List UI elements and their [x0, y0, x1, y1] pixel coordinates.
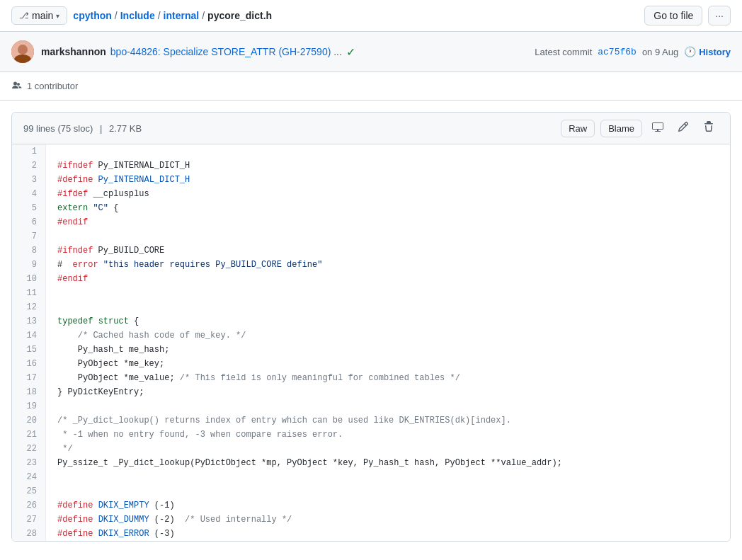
branch-name: main: [32, 10, 53, 21]
line-content: #endif: [46, 215, 99, 229]
table-row: 22 */: [12, 442, 730, 456]
file-size: 2.77 KB: [109, 123, 142, 134]
goto-file-button[interactable]: Go to file: [644, 6, 702, 25]
line-content: */: [46, 442, 84, 456]
line-number[interactable]: 4: [12, 187, 46, 201]
top-bar: ⎇ main ▾ cpython / Include / internal / …: [0, 0, 742, 32]
line-number[interactable]: 16: [12, 357, 46, 371]
line-number[interactable]: 14: [12, 328, 46, 343]
breadcrumb-repo[interactable]: cpython: [73, 10, 111, 21]
commit-author[interactable]: markshannon: [41, 46, 106, 57]
line-number[interactable]: 3: [12, 173, 46, 187]
line-number[interactable]: 1: [12, 144, 46, 159]
line-number[interactable]: 24: [12, 470, 46, 484]
table-row: 24: [12, 470, 730, 484]
line-number[interactable]: 13: [12, 314, 46, 328]
line-content: [46, 286, 74, 300]
line-number[interactable]: 11: [12, 286, 46, 300]
line-number[interactable]: 2: [12, 159, 46, 173]
line-number[interactable]: 5: [12, 201, 46, 215]
line-number[interactable]: 22: [12, 442, 46, 456]
breadcrumb-internal[interactable]: internal: [164, 10, 200, 21]
line-content: [46, 144, 74, 159]
line-content: #define DKIX_EMPTY (-1): [46, 498, 186, 513]
line-content: #endif: [46, 272, 99, 286]
line-number[interactable]: 25: [12, 484, 46, 498]
line-number[interactable]: 19: [12, 399, 46, 413]
line-number[interactable]: 7: [12, 229, 46, 244]
line-content: * -1 when no entry found, -3 when compar…: [46, 428, 354, 442]
breadcrumb: cpython / Include / internal / pycore_di…: [73, 10, 272, 21]
table-row: 23Py_ssize_t _Py_dict_lookup(PyDictObjec…: [12, 456, 730, 470]
table-row: 25: [12, 484, 730, 498]
line-content: extern "C" {: [46, 201, 130, 215]
table-row: 9# error "this header requires Py_BUILD_…: [12, 258, 730, 272]
line-content: Py_ssize_t _Py_dict_lookup(PyDictObject …: [46, 456, 573, 470]
raw-button[interactable]: Raw: [561, 120, 595, 137]
line-number[interactable]: 15: [12, 343, 46, 357]
table-row: 12: [12, 300, 730, 314]
more-options-button[interactable]: ···: [708, 6, 731, 25]
blame-button[interactable]: Blame: [600, 120, 642, 137]
line-number[interactable]: 27: [12, 513, 46, 527]
line-content: } PyDictKeyEntry;: [46, 385, 155, 399]
commit-message: bpo-44826: Specialize STORE_ATTR (GH-275…: [110, 46, 342, 57]
commit-date: on 9 Aug: [642, 47, 678, 57]
table-row: 17 PyObject *me_value; /* This field is …: [12, 371, 730, 385]
line-content: PyObject *me_key;: [46, 357, 176, 371]
check-icon: ✓: [346, 45, 355, 59]
lines-info: 99 lines (75 sloc): [23, 123, 93, 134]
desktop-icon-button[interactable]: [648, 118, 668, 138]
history-clock-icon: 🕐: [684, 46, 696, 57]
delete-icon-button[interactable]: [699, 118, 719, 138]
commit-message-link[interactable]: bpo-44826: Specialize STORE_ATTR (GH-275…: [110, 46, 331, 57]
table-row: 11: [12, 286, 730, 300]
commit-info: markshannon bpo-44826: Specialize STORE_…: [41, 45, 355, 59]
table-row: 1: [12, 144, 730, 159]
line-content: #ifdef __cplusplus: [46, 187, 161, 201]
table-row: 26#define DKIX_EMPTY (-1): [12, 498, 730, 513]
commit-ellipsis: ...: [333, 46, 342, 57]
commit-right: Latest commit ac75f6b on 9 Aug 🕐 History: [535, 46, 731, 57]
table-row: 19: [12, 399, 730, 413]
line-content: [46, 229, 74, 244]
line-number[interactable]: 23: [12, 456, 46, 470]
line-number[interactable]: 6: [12, 215, 46, 229]
line-number[interactable]: 8: [12, 244, 46, 258]
table-row: 8#ifndef Py_BUILD_CORE: [12, 244, 730, 258]
edit-icon-button[interactable]: [673, 118, 693, 138]
table-row: 3#define Py_INTERNAL_DICT_H: [12, 173, 730, 187]
branch-selector[interactable]: ⎇ main ▾: [11, 6, 67, 25]
line-number[interactable]: 10: [12, 272, 46, 286]
file-container: 99 lines (75 sloc) | 2.77 KB Raw Blame: [11, 112, 731, 542]
line-number[interactable]: 26: [12, 498, 46, 513]
line-number[interactable]: 18: [12, 385, 46, 399]
file-actions: Raw Blame: [561, 118, 719, 138]
code-area: 1 2#ifndef Py_INTERNAL_DICT_H3#define Py…: [12, 144, 730, 541]
breadcrumb-sep-3: /: [202, 10, 205, 21]
table-row: 15 Py_hash_t me_hash;: [12, 343, 730, 357]
line-content: typedef struct {: [46, 314, 150, 328]
line-content: [46, 300, 74, 314]
file-header: 99 lines (75 sloc) | 2.77 KB Raw Blame: [12, 113, 730, 144]
breadcrumb-include[interactable]: Include: [120, 10, 155, 21]
commit-hash[interactable]: ac75f6b: [598, 47, 637, 57]
chevron-down-icon: ▾: [56, 12, 59, 20]
history-link[interactable]: 🕐 History: [684, 46, 731, 57]
commit-bar: markshannon bpo-44826: Specialize STORE_…: [0, 32, 742, 72]
table-row: 21 * -1 when no entry found, -3 when com…: [12, 428, 730, 442]
line-number[interactable]: 20: [12, 413, 46, 428]
table-row: 14 /* Cached hash code of me_key. */: [12, 328, 730, 343]
line-content: [46, 470, 74, 484]
line-number[interactable]: 28: [12, 527, 46, 541]
line-number[interactable]: 9: [12, 258, 46, 272]
breadcrumb-area: ⎇ main ▾ cpython / Include / internal / …: [11, 6, 272, 25]
line-content: /* _Py_dict_lookup() returns index of en…: [46, 413, 523, 428]
line-number[interactable]: 12: [12, 300, 46, 314]
table-row: 6#endif: [12, 215, 730, 229]
svg-point-1: [18, 45, 28, 55]
contributors-text: 1 contributor: [27, 81, 78, 91]
line-number[interactable]: 17: [12, 371, 46, 385]
table-row: 7: [12, 229, 730, 244]
line-number[interactable]: 21: [12, 428, 46, 442]
